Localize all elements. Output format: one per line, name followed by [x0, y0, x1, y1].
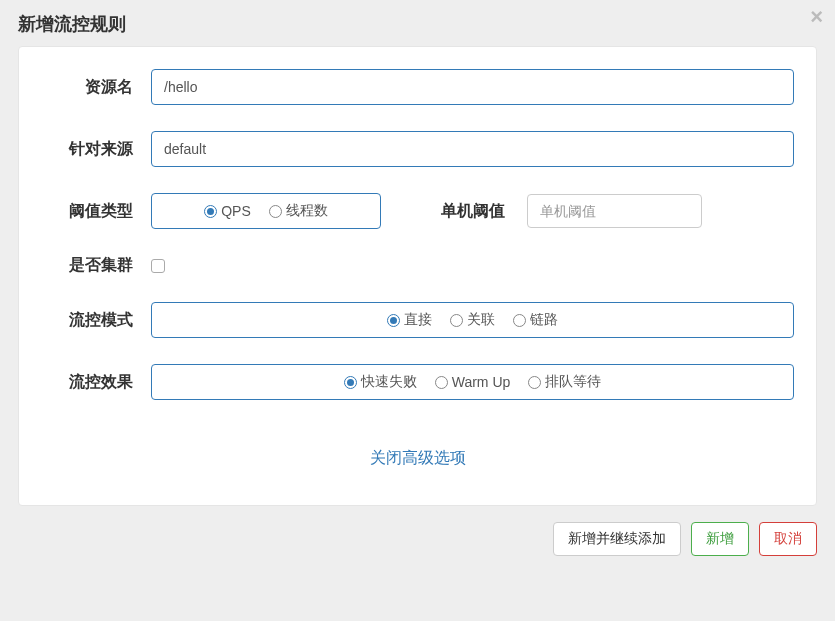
radio-effect-queue[interactable]: 排队等待: [528, 373, 601, 391]
mode-label: 流控模式: [41, 310, 151, 331]
modal-footer: 新增并继续添加 新增 取消: [0, 506, 835, 556]
radio-dot-icon: [387, 314, 400, 327]
add-button[interactable]: 新增: [691, 522, 749, 556]
radio-effect-warmup-label: Warm Up: [452, 374, 511, 390]
radio-dot-icon: [513, 314, 526, 327]
radio-effect-fastfail[interactable]: 快速失败: [344, 373, 417, 391]
radio-effect-warmup[interactable]: Warm Up: [435, 374, 511, 390]
single-threshold-label: 单机阈值: [441, 201, 505, 222]
modal-title: 新增流控规则: [0, 0, 835, 46]
cluster-checkbox[interactable]: [151, 259, 165, 273]
close-advanced-link[interactable]: 关闭高级选项: [41, 448, 794, 469]
cluster-label: 是否集群: [41, 255, 151, 276]
radio-mode-relate-label: 关联: [467, 311, 495, 329]
effect-label: 流控效果: [41, 372, 151, 393]
row-source: 针对来源: [41, 131, 794, 167]
cancel-button[interactable]: 取消: [759, 522, 817, 556]
radio-mode-direct-label: 直接: [404, 311, 432, 329]
radio-mode-relate[interactable]: 关联: [450, 311, 495, 329]
add-continue-button[interactable]: 新增并继续添加: [553, 522, 681, 556]
row-cluster: 是否集群: [41, 255, 794, 276]
close-icon[interactable]: ×: [810, 6, 823, 28]
source-label: 针对来源: [41, 139, 151, 160]
row-effect: 流控效果 快速失败 Warm Up 排队等待: [41, 364, 794, 400]
row-resource: 资源名: [41, 69, 794, 105]
single-threshold-input[interactable]: [527, 194, 702, 228]
radio-effect-fastfail-label: 快速失败: [361, 373, 417, 391]
resource-input[interactable]: [151, 69, 794, 105]
radio-dot-icon: [435, 376, 448, 389]
flow-rule-modal: × 新增流控规则 资源名 针对来源 阈值类型 QPS: [0, 0, 835, 621]
radio-dot-icon: [344, 376, 357, 389]
radio-qps[interactable]: QPS: [204, 203, 251, 219]
radio-effect-queue-label: 排队等待: [545, 373, 601, 391]
threshold-type-label: 阈值类型: [41, 201, 151, 222]
threshold-type-radio-group: QPS 线程数: [151, 193, 381, 229]
source-input[interactable]: [151, 131, 794, 167]
radio-mode-direct[interactable]: 直接: [387, 311, 432, 329]
radio-dot-icon: [528, 376, 541, 389]
radio-mode-chain[interactable]: 链路: [513, 311, 558, 329]
radio-dot-icon: [269, 205, 282, 218]
effect-radio-group: 快速失败 Warm Up 排队等待: [151, 364, 794, 400]
radio-dot-icon: [450, 314, 463, 327]
radio-threads-label: 线程数: [286, 202, 328, 220]
radio-qps-label: QPS: [221, 203, 251, 219]
radio-mode-chain-label: 链路: [530, 311, 558, 329]
radio-threads[interactable]: 线程数: [269, 202, 328, 220]
modal-body: 资源名 针对来源 阈值类型 QPS 线程数: [18, 46, 817, 506]
row-mode: 流控模式 直接 关联 链路: [41, 302, 794, 338]
mode-radio-group: 直接 关联 链路: [151, 302, 794, 338]
row-threshold: 阈值类型 QPS 线程数 单机阈值: [41, 193, 794, 229]
radio-dot-icon: [204, 205, 217, 218]
resource-label: 资源名: [41, 77, 151, 98]
